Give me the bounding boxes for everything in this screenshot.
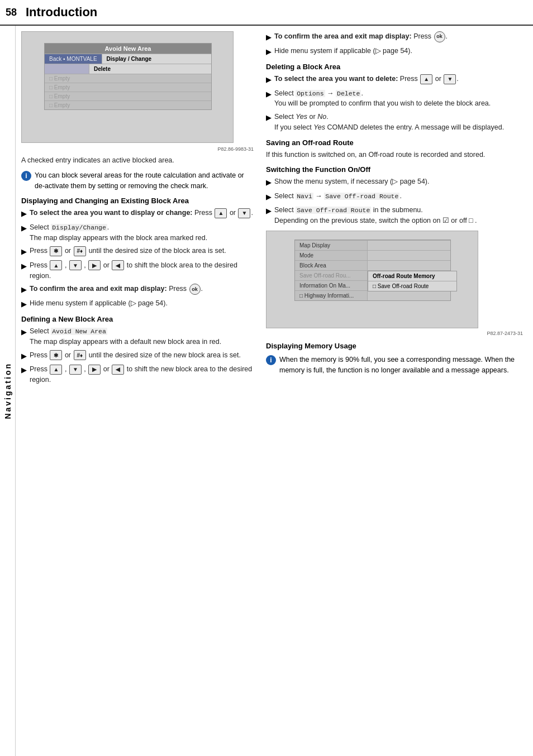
bullet-arrow-sw2: ▶ — [266, 192, 272, 203]
code-avoid-new-area: Avoid New Area — [51, 328, 107, 335]
menu-display-change: Display / Change — [102, 54, 211, 64]
bullet-del-1: ▶ To select the area you want to delete:… — [266, 74, 525, 85]
key-hash-1: #♦ — [74, 246, 87, 256]
info-box-2: i When the memory is 90% full, you see a… — [266, 355, 525, 376]
section2-heading: Defining a New Block Area — [21, 315, 256, 323]
bullet-bold-s1-1: To select the area you want to display o… — [30, 209, 193, 217]
screenshot-offroad-route: Map Display Mode Block Area Save Off-roa… — [266, 231, 478, 328]
bullet-arrow-3: ▶ — [21, 246, 27, 257]
key-up-1: ▲ — [215, 208, 227, 218]
bullet-content-r2: Hide menu system if applicable (▷ page 5… — [274, 46, 525, 58]
sidebar-nav-label: Navigation — [0, 26, 16, 756]
memory-info-text: When the memory is 90% full, you see a c… — [279, 355, 525, 376]
code-save-offroad: Save Off-road Route — [324, 193, 399, 200]
bullet-arrow-4: ▶ — [21, 261, 27, 281]
bullet-arrow-1: ▶ — [21, 208, 27, 219]
bullet-arrow-7: ▶ — [21, 327, 27, 347]
offroad-text: If this function is switched on, an Off-… — [266, 150, 525, 160]
right-column: ▶ To confirm the area and exit map displ… — [266, 31, 525, 388]
info-icon-2: i — [266, 355, 276, 365]
menu2-row-mapdisplay: Map Display — [295, 240, 450, 250]
bullet-arrow-5: ▶ — [21, 284, 27, 295]
bullet-content-s1-2: Select Display/Change. The map display a… — [30, 222, 256, 243]
bullet-content-d2: Select Options → Delete. You will be pro… — [274, 88, 525, 109]
key-left-1: ◀ — [112, 260, 124, 270]
section-memory-heading: Displaying Memory Usage — [266, 342, 525, 350]
menu-back: Back ▪ MONTVALE — [45, 54, 102, 64]
menu2-row-highway: □ Highway Informati... — [295, 290, 450, 300]
bullet-s1-1: ▶ To select the area you want to display… — [21, 208, 256, 219]
menu-simulation-2: Map Display Mode Block Area Save Off-roa… — [266, 231, 478, 328]
bullet-arrow-2: ▶ — [21, 223, 27, 243]
code-navi: Navi — [296, 193, 313, 200]
screenshot2-caption: P82.87-2473-31 — [266, 331, 523, 336]
code-save-offroad2: Save Off-road Route — [296, 207, 371, 214]
key-left-2: ◀ — [112, 365, 124, 375]
bullet-arrow-6: ▶ — [21, 299, 27, 310]
text-yes: Yes — [296, 113, 307, 121]
bullet-content-s1-4: Press ▲ , ▼ , ▶ or ◀ to shift the block … — [30, 260, 256, 281]
bullet-del-2: ▶ Select Options → Delete. You will be p… — [266, 88, 525, 109]
section1-heading: Displaying and Changing an Existing Bloc… — [21, 197, 256, 205]
bullet-content-sw3: Select Save Off-road Route in the submen… — [274, 205, 525, 226]
menu-empty-left — [45, 64, 89, 74]
section-switch-heading: Switching the Function On/Off — [266, 165, 525, 174]
bullet-r2: ▶ Hide menu system if applicable (▷ page… — [266, 46, 525, 58]
page-title: Introduction — [26, 5, 97, 20]
menu2-item-saveoffroad: Save Off-road Rou... — [295, 271, 368, 280]
bullet-arrow-sw3: ▶ — [266, 205, 272, 226]
bullet-content-s1-5: To confirm the area and exit map display… — [30, 284, 256, 295]
bullet-arrow-9: ▶ — [21, 365, 27, 385]
bullet-arrow-8: ▶ — [21, 351, 27, 362]
menu-simulation: Avoid New Area Back ▪ MONTVALE Display /… — [22, 32, 233, 142]
bullet-content-s1-3: Press ✱ or #♦ until the desired size of … — [30, 246, 256, 257]
key-star-2: ✱ — [50, 350, 62, 360]
bullet-content-sw1: Show the menu system, if necessary (▷ pa… — [274, 176, 525, 188]
key-up-d1: ▲ — [420, 74, 432, 84]
submenu-item-2: □ Save Off-road Route — [368, 281, 456, 291]
bullet-s1-2: ▶ Select Display/Change. The map display… — [21, 222, 256, 243]
menu2-item-mapdisplay: Map Display — [295, 241, 368, 250]
bullet-content-d3: Select Yes or No. If you select Yes COMA… — [274, 112, 525, 133]
bullet-del-3: ▶ Select Yes or No. If you select Yes CO… — [266, 112, 525, 133]
left-column: Avoid New Area Back ▪ MONTVALE Display /… — [21, 31, 256, 388]
screenshot1-caption: P82.86-9983-31 — [21, 146, 254, 152]
key-ok-1: ok — [189, 284, 201, 295]
bullet-content-s1-6: Hide menu system if applicable (▷ page 5… — [30, 298, 256, 310]
bullet-content-s2-3: Press ▲ , ▼ , ▶ or ◀ to shift the new bl… — [30, 364, 256, 385]
bullet-s2-3: ▶ Press ▲ , ▼ , ▶ or ◀ to shift the new … — [21, 364, 256, 385]
bullet-content-s1-1: To select the area you want to display o… — [30, 208, 256, 219]
info-icon: i — [21, 171, 31, 181]
bullet-bold-s1-5: To confirm the area and exit map display… — [30, 285, 167, 293]
key-ok-r1: ok — [434, 31, 445, 42]
code-delete: Delete — [336, 90, 361, 97]
bullet-content-s2-2: Press ✱ or #♦ until the desired size of … — [30, 350, 256, 362]
bullet-sw-1: ▶ Show the menu system, if necessary (▷ … — [266, 176, 525, 188]
bullet-arrow-r2: ▶ — [266, 46, 272, 58]
bullet-arrow-d1: ▶ — [266, 74, 272, 85]
menu-item-2: □ Empty — [45, 83, 211, 92]
menu-delete: Delete — [89, 64, 211, 74]
key-down-1: ▼ — [238, 208, 250, 218]
section-offroad-heading: Saving an Off-road Route — [266, 138, 525, 147]
menu-item-3: □ Empty — [45, 92, 211, 101]
menu2-inner: Map Display Mode Block Area Save Off-roa… — [294, 240, 451, 301]
key-star-1: ✱ — [50, 246, 62, 256]
bullet-arrow-d3: ▶ — [266, 112, 272, 133]
menu-row-top: Back ▪ MONTVALE Display / Change — [45, 54, 211, 64]
menu2-item-highway: □ Highway Informati... — [295, 291, 368, 300]
menu2-row-blockarea: Block Area — [295, 260, 450, 270]
screenshot-avoid-new-area: Avoid New Area Back ▪ MONTVALE Display /… — [21, 31, 234, 143]
code-options: Options — [296, 90, 325, 97]
bullet-arrow-d2: ▶ — [266, 89, 272, 109]
info-box-1: i You can block several areas for the ro… — [21, 170, 256, 192]
menu-inner: Avoid New Area Back ▪ MONTVALE Display /… — [44, 43, 212, 110]
bullet-s1-3: ▶ Press ✱ or #♦ until the desired size o… — [21, 246, 256, 257]
key-up-2: ▲ — [50, 260, 62, 270]
key-right-1: ▶ — [88, 260, 101, 270]
bullet-content-s2-1: Select Avoid New Area The map display ap… — [30, 326, 256, 347]
menu2-item-infoonma: Information On Ma... — [295, 281, 368, 290]
section-delete-heading: Deleting a Block Area — [266, 63, 525, 71]
key-down-2: ▼ — [69, 260, 82, 270]
bullet-bold-r1: To confirm the area and exit map display… — [274, 32, 412, 40]
